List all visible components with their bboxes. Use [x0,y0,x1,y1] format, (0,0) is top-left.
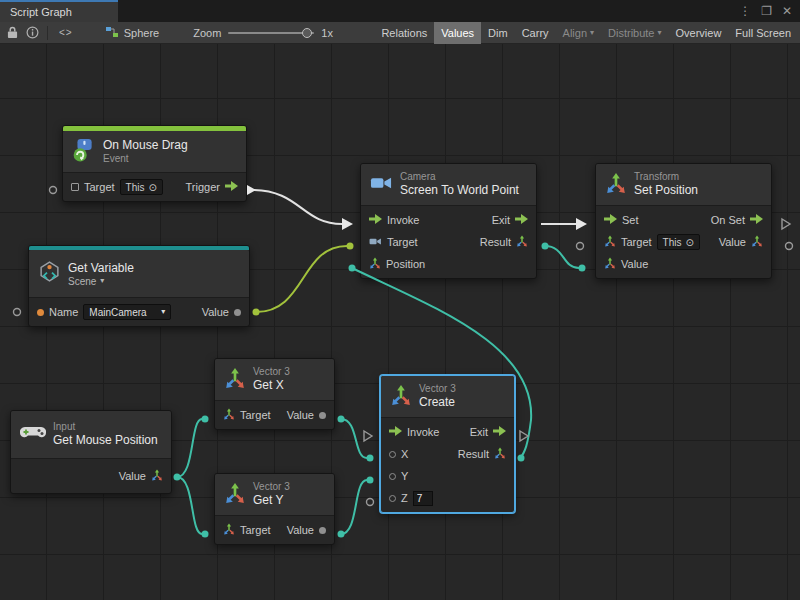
flow-arrow-icon [369,214,382,226]
chevron-down-icon: ▾ [161,308,165,316]
gameobject-type-icon [71,183,79,191]
this-target-chip[interactable]: This ⊙ [120,179,163,195]
maximize-icon[interactable]: ❐ [761,4,772,18]
align-button[interactable]: Align▾ [556,22,601,44]
port-target-unconnected[interactable] [577,243,584,250]
node-get-y[interactable]: Vector 3 Get Y Target Value [214,473,335,545]
wire-gety-to-y[interactable] [341,480,367,534]
zoom-slider-handle[interactable] [302,28,312,38]
port-name-unconnected[interactable] [14,309,21,316]
port-label-invoke: Invoke [407,426,439,438]
fullscreen-button[interactable]: Full Screen [728,22,798,44]
script-graph-window: Script Graph ⋮ ❐ ✕ <> Sphere Zoom [0,0,800,600]
graph-toolbar: <> Sphere Zoom 1x Relations Values Dim C… [0,22,800,44]
wire-result-to-value[interactable] [545,246,579,268]
port-invoke-unconnected[interactable] [364,431,372,441]
float-type-icon [389,495,396,502]
carry-button[interactable]: Carry [515,22,556,44]
window-menu-icon[interactable]: ⋮ [739,4,751,18]
offscreen-port-circle[interactable] [786,243,793,250]
offscreen-port-triangle[interactable] [782,219,790,229]
port-value-out[interactable] [174,474,181,481]
lock-icon[interactable] [2,23,22,43]
vector3-type-icon [369,257,381,271]
node-get-mouse-position[interactable]: Input Get Mouse Position Value [10,410,172,494]
this-icon: ⊙ [148,182,156,193]
transform-type-icon [604,235,616,249]
port-x-in[interactable] [367,455,374,462]
port-result-out[interactable] [542,243,549,250]
port-camera-target-in[interactable] [347,243,354,250]
z-value-input[interactable] [413,491,433,506]
variable-scope-dropdown[interactable]: Scene ▾ [68,276,134,287]
this-target-chip[interactable]: This ⊙ [657,234,700,250]
node-on-mouse-drag[interactable]: On Mouse Drag Event Target This ⊙ Trigge… [62,125,247,202]
port-label-value-out: Value [719,236,746,248]
dim-button[interactable]: Dim [481,22,515,44]
variable-name-dropdown[interactable]: MainCamera ▾ [83,304,171,320]
port-label-trigger: Trigger [186,181,220,193]
code-view-button[interactable]: <> [53,27,79,38]
zoom-value: 1x [321,27,333,39]
node-category: Input [53,421,158,433]
relations-button[interactable]: Relations [374,22,434,44]
node-title: Get Y [253,493,290,508]
tab-script-graph[interactable]: Script Graph [0,0,118,22]
overview-button[interactable]: Overview [669,22,729,44]
port-result-out[interactable] [518,455,525,462]
port-label-exit: Exit [470,426,488,438]
wire-mouse-to-gety[interactable] [177,477,202,534]
values-button[interactable]: Values [434,22,481,44]
this-icon: ⊙ [685,237,693,248]
wire-variable-to-target[interactable] [256,246,347,312]
node-screen-to-world-point[interactable]: Camera Screen To World Point Invoke Exit… [360,163,537,279]
port-label-x: X [401,448,408,460]
chevron-down-icon: ▾ [658,29,662,37]
node-title: Get Mouse Position [53,433,158,448]
title-bar: Script Graph ⋮ ❐ ✕ [0,0,800,22]
float-type-icon [389,451,396,458]
port-variable-value-out[interactable] [253,309,260,316]
port-value-in[interactable] [579,265,586,272]
port-value-out[interactable] [338,531,345,538]
node-get-variable[interactable]: Get Variable Scene ▾ Name MainCamera ▾ [28,245,250,327]
script-graph-asset-icon [105,26,119,40]
port-value-out[interactable] [338,416,345,423]
wire-mouse-to-getx[interactable] [177,419,202,477]
node-category: Vector 3 [253,481,290,493]
node-create-vector3[interactable]: Vector 3 Create Invoke Exit X Result [380,375,515,513]
graph-canvas[interactable]: On Mouse Drag Event Target This ⊙ Trigge… [0,44,800,600]
close-icon[interactable]: ✕ [782,4,792,18]
port-label-invoke: Invoke [387,214,419,226]
port-label-value: Value [119,470,146,482]
vector3-type-icon [223,408,235,422]
vector3-icon [390,384,412,410]
info-icon[interactable] [22,23,42,43]
distribute-button[interactable]: Distribute▾ [601,22,668,44]
node-get-x[interactable]: Vector 3 Get X Target Value [214,358,335,430]
chevron-down-icon: ▾ [590,29,594,37]
vector3-icon [224,482,246,508]
object-type-icon [234,309,241,316]
graph-object-name[interactable]: Sphere [124,27,159,39]
flow-arrow-icon [515,214,528,226]
wire-trigger-to-invoke[interactable] [252,190,342,224]
port-label-target: Target [240,524,271,536]
port-target-in[interactable] [202,531,209,538]
toolbar-separator [47,26,48,40]
node-subtitle: Event [103,153,188,165]
port-label-value: Value [202,306,229,318]
port-target-unconnected[interactable] [50,187,57,194]
flow-arrow-icon [389,426,402,438]
port-exit-unconnected[interactable] [520,431,528,441]
port-label-target: Target [387,236,418,248]
port-position-in[interactable] [349,265,356,272]
vector3-type-icon [494,447,506,461]
node-set-position[interactable]: Transform Set Position Set On Set Target [595,163,772,279]
vector3-type-icon [604,257,616,271]
port-z-unconnected[interactable] [367,499,374,506]
wire-getx-to-x[interactable] [341,419,367,458]
zoom-slider[interactable] [228,32,314,34]
port-target-in[interactable] [202,416,209,423]
port-y-in[interactable] [367,477,374,484]
